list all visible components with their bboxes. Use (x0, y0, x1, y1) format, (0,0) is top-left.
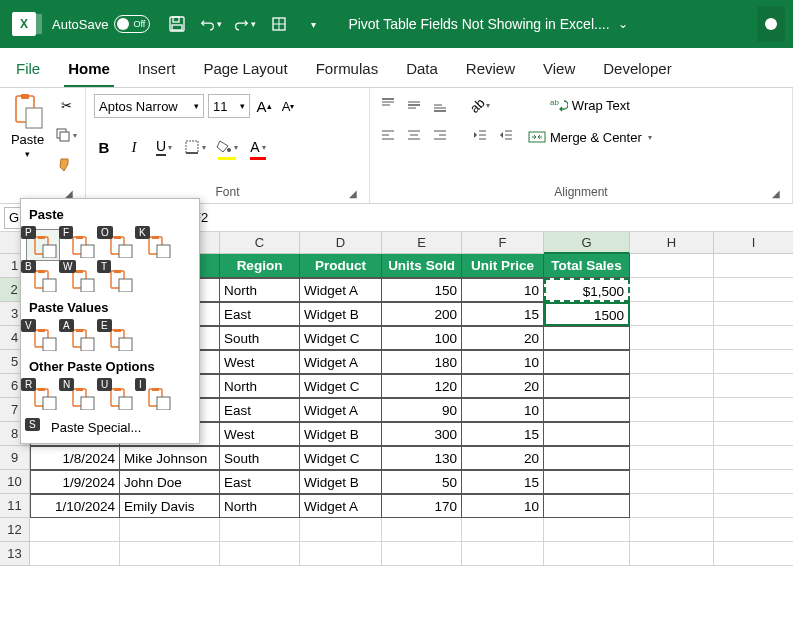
increase-font-icon[interactable]: A▴ (254, 95, 274, 117)
cell-C13[interactable] (220, 542, 300, 566)
cell-D12[interactable] (300, 518, 382, 542)
cell-H2[interactable] (630, 278, 714, 302)
border-button[interactable]: ▾ (184, 136, 206, 158)
paste-option-o[interactable]: O (103, 230, 135, 260)
cell-E12[interactable] (382, 518, 462, 542)
cell-I7[interactable] (714, 398, 793, 422)
paste-option-v[interactable]: V (27, 323, 59, 353)
bold-button[interactable]: B (94, 136, 114, 158)
cell-G12[interactable] (544, 518, 630, 542)
cell-H6[interactable] (630, 374, 714, 398)
cell-G11[interactable] (544, 494, 630, 518)
cell-E1[interactable]: Units Sold (382, 254, 462, 278)
align-right-icon[interactable] (430, 124, 450, 146)
autosave-toggle[interactable]: AutoSave Off (52, 15, 150, 33)
increase-indent-icon[interactable] (496, 124, 516, 146)
row-header-12[interactable]: 12 (0, 518, 30, 542)
cell-F3[interactable]: 15 (462, 302, 544, 326)
cell-D8[interactable]: Widget B (300, 422, 382, 446)
cell-G3[interactable]: 1500 (544, 302, 630, 326)
cell-F2[interactable]: 10 (462, 278, 544, 302)
cell-H11[interactable] (630, 494, 714, 518)
cell-G10[interactable] (544, 470, 630, 494)
cell-E3[interactable]: 200 (382, 302, 462, 326)
tab-insert[interactable]: Insert (134, 52, 180, 87)
paste-option-w[interactable]: W (65, 264, 97, 294)
paste-option-r[interactable]: R (27, 382, 59, 412)
cell-G6[interactable] (544, 374, 630, 398)
cell-F6[interactable]: 20 (462, 374, 544, 398)
undo-icon[interactable]: ▾ (200, 13, 222, 35)
paste-option-k[interactable]: K (141, 230, 173, 260)
paste-option-i[interactable]: I (141, 382, 173, 412)
cell-I1[interactable] (714, 254, 793, 278)
cell-I2[interactable] (714, 278, 793, 302)
cell-I10[interactable] (714, 470, 793, 494)
col-header-I[interactable]: I (714, 232, 793, 254)
cell-I3[interactable] (714, 302, 793, 326)
cell-D6[interactable]: Widget C (300, 374, 382, 398)
cell-F9[interactable]: 20 (462, 446, 544, 470)
paste-special-button[interactable]: S Paste Special... (27, 414, 193, 437)
cell-C6[interactable]: North (220, 374, 300, 398)
cell-C9[interactable]: South (220, 446, 300, 470)
cell-G7[interactable] (544, 398, 630, 422)
cell-F12[interactable] (462, 518, 544, 542)
decrease-font-icon[interactable]: A▾ (278, 95, 298, 117)
cell-D5[interactable]: Widget A (300, 350, 382, 374)
cell-F11[interactable]: 10 (462, 494, 544, 518)
paste-option-f[interactable]: F (65, 230, 97, 260)
decrease-indent-icon[interactable] (470, 124, 490, 146)
tab-data[interactable]: Data (402, 52, 442, 87)
cell-D3[interactable]: Widget B (300, 302, 382, 326)
cell-H12[interactable] (630, 518, 714, 542)
merge-center-button[interactable]: Merge & Center▾ (528, 126, 652, 148)
cell-I5[interactable] (714, 350, 793, 374)
toggle-switch[interactable]: Off (114, 15, 150, 33)
cell-H1[interactable] (630, 254, 714, 278)
cell-D10[interactable]: Widget B (300, 470, 382, 494)
cell-C5[interactable]: West (220, 350, 300, 374)
cell-H9[interactable] (630, 446, 714, 470)
cell-H10[interactable] (630, 470, 714, 494)
cell-I12[interactable] (714, 518, 793, 542)
cell-G5[interactable] (544, 350, 630, 374)
cell-F8[interactable]: 15 (462, 422, 544, 446)
cell-B13[interactable] (120, 542, 220, 566)
align-top-icon[interactable] (378, 94, 398, 116)
cell-E10[interactable]: 50 (382, 470, 462, 494)
cell-E8[interactable]: 300 (382, 422, 462, 446)
cell-D1[interactable]: Product (300, 254, 382, 278)
cell-B10[interactable]: John Doe (120, 470, 220, 494)
tab-page-layout[interactable]: Page Layout (199, 52, 291, 87)
font-size-select[interactable]: 11▾ (208, 94, 250, 118)
cell-E9[interactable]: 130 (382, 446, 462, 470)
cell-E13[interactable] (382, 542, 462, 566)
qat-dropdown-icon[interactable]: ▾ (302, 13, 324, 35)
col-header-H[interactable]: H (630, 232, 714, 254)
align-bottom-icon[interactable] (430, 94, 450, 116)
paste-option-b[interactable]: B (27, 264, 59, 294)
cell-I4[interactable] (714, 326, 793, 350)
paste-option-e[interactable]: E (103, 323, 135, 353)
dialog-launcher-icon[interactable]: ◢ (349, 188, 357, 199)
cell-C1[interactable]: Region (220, 254, 300, 278)
cell-A10[interactable]: 1/9/2024 (30, 470, 120, 494)
col-header-G[interactable]: G (544, 232, 630, 254)
font-color-button[interactable]: A▾ (248, 136, 268, 158)
cell-C11[interactable]: North (220, 494, 300, 518)
cell-F1[interactable]: Unit Price (462, 254, 544, 278)
chevron-down-icon[interactable]: ▾ (25, 149, 30, 159)
align-middle-icon[interactable] (404, 94, 424, 116)
cell-A11[interactable]: 1/10/2024 (30, 494, 120, 518)
copy-icon[interactable]: ▾ (55, 124, 77, 146)
cell-D9[interactable]: Widget C (300, 446, 382, 470)
fill-color-button[interactable]: ▾ (216, 136, 238, 158)
redo-icon[interactable]: ▾ (234, 13, 256, 35)
paste-option-t[interactable]: T (103, 264, 135, 294)
cell-H8[interactable] (630, 422, 714, 446)
formula-input[interactable]: =E2*F2 (158, 210, 789, 225)
paste-option-a[interactable]: A (65, 323, 97, 353)
cell-D11[interactable]: Widget A (300, 494, 382, 518)
cell-F10[interactable]: 15 (462, 470, 544, 494)
